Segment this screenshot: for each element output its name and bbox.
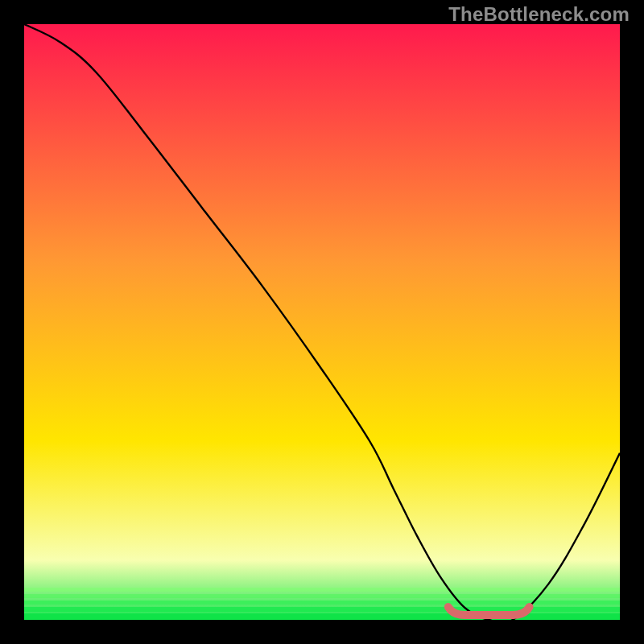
plot-area — [24, 24, 620, 620]
watermark-text: TheBottleneck.com — [448, 3, 630, 26]
chart-frame: TheBottleneck.com — [0, 0, 644, 644]
gradient-background — [24, 24, 620, 620]
svg-rect-0 — [24, 588, 620, 592]
svg-rect-4 — [24, 613, 620, 620]
svg-rect-1 — [24, 594, 620, 598]
plot-svg — [24, 24, 620, 620]
